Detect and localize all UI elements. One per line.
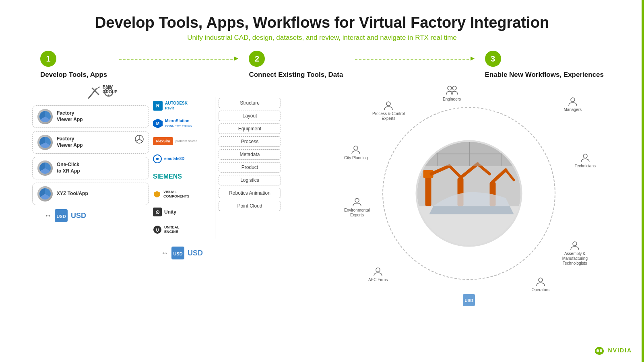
- cat-logistics: Logistics: [219, 175, 281, 185]
- tool-autodesk: R AUTODESKRevit: [153, 97, 211, 115]
- svg-point-43: [583, 154, 587, 158]
- svg-point-45: [573, 242, 577, 246]
- node-managers: Managers: [564, 97, 582, 112]
- step-2-circle: 2: [249, 51, 265, 67]
- cat-structure: Structure: [219, 98, 281, 108]
- svg-line-2: [89, 96, 91, 98]
- svg-point-42: [354, 146, 358, 150]
- cat-pointcloud: Point Cloud: [219, 201, 281, 211]
- green-border: [642, 0, 644, 362]
- svg-point-50: [597, 349, 599, 352]
- node-engineers-label: Engineers: [443, 97, 461, 101]
- factory-circle: [416, 140, 522, 247]
- node-aec: AEC Firms: [368, 267, 388, 282]
- svg-point-40: [386, 102, 390, 106]
- bmw-logo: BMW GROUP: [103, 85, 118, 95]
- svg-point-47: [539, 278, 543, 282]
- nvidia-text: NVIDIA: [608, 347, 632, 354]
- app-icon-2: [37, 135, 53, 150]
- content-area: BMW GROUP FactoryViewer App FactoryViewe…: [0, 79, 644, 320]
- tools-column: R AUTODESKRevit M MicroStationCONNECT Ed…: [153, 97, 215, 239]
- usd-circle-bottom: USD: [463, 294, 475, 306]
- svg-text:USD: USD: [464, 298, 473, 303]
- node-technicians-label: Technicians: [575, 164, 596, 168]
- node-city-planning: City Planning: [344, 145, 368, 160]
- svg-point-39: [452, 86, 456, 90]
- node-process-label: Process & ControlExperts: [372, 111, 405, 121]
- cat-robotics: Robotics Animation: [219, 188, 281, 198]
- categories-column: Structure Layout Equipment Process Metad…: [219, 98, 281, 211]
- svg-text:USD: USD: [56, 214, 66, 219]
- cat-product: Product: [219, 162, 281, 173]
- tool-microstation: M MicroStationCONNECT Edition: [153, 115, 211, 132]
- svg-text:USD: USD: [173, 251, 182, 256]
- steps-header: 1 Develop Tools, Apps ▶ 2 Connect Existi…: [0, 42, 644, 79]
- app-card-1: FactoryViewer App: [32, 105, 149, 128]
- tool-unreal: U UNREALENGINE: [153, 221, 211, 239]
- node-operators-label: Operators: [532, 288, 549, 292]
- node-operators: Operators: [532, 277, 549, 292]
- right-section: Engineers Process & ControlExperts: [318, 85, 620, 320]
- app-card-3: One-Clickto XR App: [32, 157, 149, 179]
- step-1: 1 Develop Tools, Apps: [40, 51, 107, 79]
- svg-text:U: U: [156, 228, 159, 232]
- arrow-1: ▶: [119, 51, 237, 60]
- step-3: 3 Enable New Workflows, Experiences: [485, 51, 604, 79]
- tool-visual: VISUALCOMPONENTS: [153, 185, 211, 203]
- nvidia-logo: NVIDIA: [594, 346, 632, 355]
- app-icon-1: [37, 109, 53, 124]
- node-process-control: Process & ControlExperts: [372, 101, 405, 121]
- svg-marker-16: [154, 191, 160, 197]
- tool-emulate3d: emulate3D: [153, 150, 211, 168]
- mercedes-icon: [135, 135, 144, 146]
- tool-unity: ⊙ Unity: [153, 203, 211, 221]
- usd-right-middle: ↔ USD USD: [161, 247, 314, 259]
- svg-line-11: [139, 139, 143, 142]
- main-title: Develop Tools, Apps, Workflows for Virtu…: [0, 0, 644, 42]
- svg-line-12: [136, 139, 139, 142]
- step-1-circle: 1: [40, 51, 56, 67]
- app-card-2: FactoryViewer App: [32, 131, 149, 154]
- node-managers-label: Managers: [564, 107, 582, 112]
- arrow-2: ▶: [355, 51, 473, 60]
- circular-diagram: Engineers Process & ControlExperts: [364, 89, 574, 298]
- svg-point-38: [448, 86, 452, 90]
- node-aec-label: AEC Firms: [368, 278, 388, 282]
- svg-point-46: [376, 268, 380, 272]
- svg-rect-23: [425, 174, 431, 206]
- cat-equipment: Equipment: [219, 123, 281, 134]
- left-section: BMW GROUP FactoryViewer App FactoryViewe…: [32, 85, 149, 320]
- app-label-4: XYZ Tool/App: [57, 191, 88, 197]
- app-icon-3: [37, 160, 53, 176]
- cat-process: Process: [219, 136, 281, 147]
- tool-siemens: SIEMENS: [153, 168, 211, 185]
- usd-left: ↔ USD USD: [44, 209, 149, 222]
- app-label-3: One-Clickto XR App: [57, 162, 80, 174]
- usd-right-text: USD: [188, 249, 203, 257]
- svg-line-1: [96, 87, 100, 89]
- cat-layout: Layout: [219, 111, 281, 121]
- usd-left-text: USD: [71, 212, 86, 220]
- step-2: 2 Connect Existing Tools, Data: [249, 51, 343, 79]
- middle-section: R AUTODESKRevit M MicroStationCONNECT Ed…: [149, 85, 318, 320]
- app-label-1: FactoryViewer App: [57, 110, 83, 123]
- node-city-label: City Planning: [344, 156, 368, 160]
- step-3-circle: 3: [485, 51, 501, 67]
- app-icon-4: [37, 186, 53, 202]
- svg-point-44: [355, 198, 359, 202]
- wrench-icon: [54, 85, 149, 102]
- node-assembly: Assembly &ManufacturingTechnologists: [562, 241, 588, 266]
- node-assembly-label: Assembly &ManufacturingTechnologists: [562, 251, 588, 266]
- tool-flexsim: FlexSim problem solved.: [153, 132, 211, 150]
- node-env-label: EnvironmentalExperts: [344, 208, 370, 218]
- node-environmental: EnvironmentalExperts: [344, 197, 370, 218]
- svg-point-41: [571, 98, 575, 102]
- app-card-4: XYZ Tool/App: [32, 183, 149, 205]
- cat-metadata: Metadata: [219, 149, 281, 160]
- svg-point-51: [600, 349, 602, 352]
- node-engineers: Engineers: [443, 85, 461, 101]
- node-technicians: Technicians: [575, 153, 596, 168]
- app-label-2: FactoryViewer App: [57, 136, 83, 148]
